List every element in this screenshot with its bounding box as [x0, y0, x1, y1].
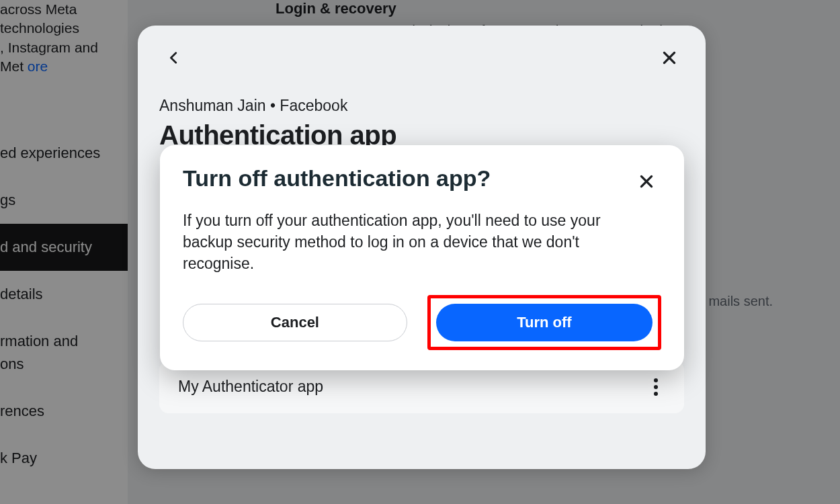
turn-off-confirm-modal: Turn off authentication app? If you turn…	[160, 145, 684, 370]
modal-topbar	[159, 42, 684, 74]
confirm-actions: Cancel Turn off	[183, 295, 661, 350]
close-button[interactable]	[655, 43, 684, 73]
back-button[interactable]	[159, 43, 189, 73]
close-icon	[638, 173, 655, 190]
more-options-button[interactable]	[646, 378, 665, 396]
confirm-header-row: Turn off authentication app?	[183, 165, 661, 196]
breadcrumb: Anshuman Jain • Facebook	[159, 97, 684, 115]
app-row-label: My Authenticator app	[178, 378, 323, 396]
kebab-dot-icon	[654, 378, 658, 382]
confirm-title: Turn off authentication app?	[183, 165, 491, 192]
confirm-description: If you turn off your authentication app,…	[183, 210, 633, 275]
turn-off-button[interactable]: Turn off	[436, 304, 653, 341]
cancel-button-label: Cancel	[271, 314, 319, 331]
close-icon	[661, 49, 678, 67]
turn-off-highlight: Turn off	[427, 295, 661, 350]
chevron-left-icon	[167, 47, 181, 69]
cancel-button[interactable]: Cancel	[183, 304, 407, 341]
kebab-dot-icon	[654, 385, 658, 389]
confirm-close-button[interactable]	[632, 167, 661, 196]
turn-off-button-label: Turn off	[517, 314, 571, 331]
kebab-dot-icon	[654, 392, 658, 396]
